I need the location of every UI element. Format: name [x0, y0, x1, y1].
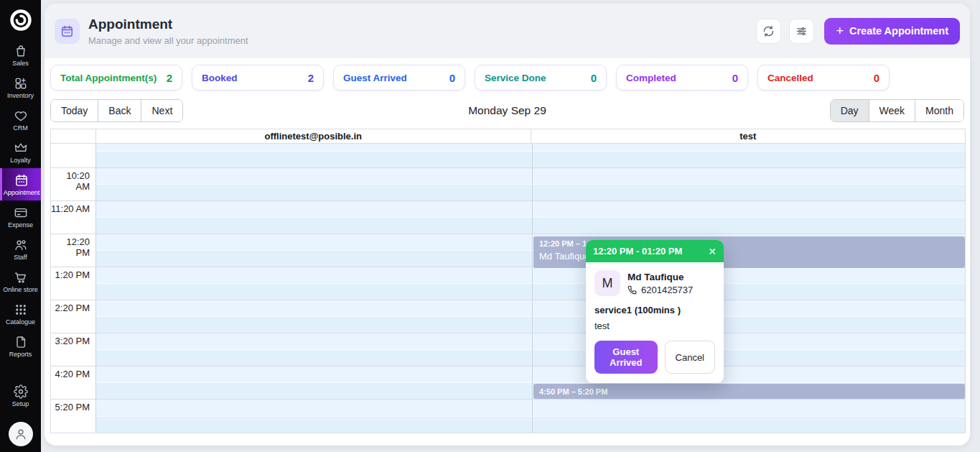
- calendar-grid: offlinetest@posible.in test 12:20 PM – 1…: [50, 129, 966, 433]
- sidebar-item-label: Online store: [3, 287, 38, 293]
- event-time: 4:50 PM – 5:20 PM: [539, 387, 959, 397]
- time-label: 1:20 PM: [51, 269, 90, 280]
- create-appointment-button[interactable]: + Create Appointment: [824, 18, 960, 45]
- half-hour-band: [95, 283, 965, 300]
- close-icon[interactable]: ✕: [708, 246, 717, 257]
- customer-info: Md Taufique 6201425737: [627, 272, 693, 295]
- half-hour-line: [95, 184, 965, 185]
- sidebar-item-label: Reports: [9, 351, 32, 358]
- filter-button[interactable]: [789, 19, 814, 44]
- stat-label: Guest Arrived: [343, 73, 407, 83]
- month-view-button[interactable]: Month: [915, 100, 963, 122]
- sidebar-item-label: Catalogue: [6, 319, 35, 326]
- sidebar-nav: Sales Inventory CRM Loyalty Appointment …: [0, 39, 41, 412]
- sidebar-item-sales[interactable]: Sales: [0, 39, 41, 71]
- staff-people-icon: [14, 238, 28, 252]
- time-gutter-header: [51, 129, 95, 143]
- hour-line: [51, 234, 965, 234]
- customer-phone-row: 6201425737: [627, 285, 693, 295]
- stat-card-booked: Booked 2: [192, 65, 324, 91]
- sidebar-item-label: Appointment: [4, 190, 40, 196]
- calendar-icon: [14, 173, 29, 188]
- customer-phone: 6201425737: [641, 285, 693, 295]
- sidebar-item-label: Loyalty: [10, 157, 31, 164]
- app-logo-icon[interactable]: [6, 6, 35, 34]
- stat-value: 0: [591, 72, 597, 84]
- hour-line: [51, 167, 965, 168]
- popup-body: M Md Taufique 6201425737 service1 (100mi…: [586, 262, 724, 383]
- half-hour-line: [95, 283, 965, 284]
- resource-note: test: [594, 320, 715, 331]
- sidebar-item-expense[interactable]: Expense: [0, 200, 41, 233]
- heart-icon: [14, 109, 28, 123]
- half-hour-line: [95, 217, 965, 218]
- column-divider: [532, 144, 533, 433]
- sidebar-item-appointment[interactable]: Appointment: [0, 168, 41, 200]
- page-subtitle: Manage and view all your appointment: [88, 35, 248, 46]
- week-view-button[interactable]: Week: [869, 100, 915, 122]
- appointment-event-450pm[interactable]: 4:50 PM – 5:20 PM: [533, 384, 965, 399]
- time-label: 2:20 PM: [51, 303, 90, 313]
- stat-value: 2: [308, 72, 314, 84]
- inventory-grid-icon: [14, 76, 28, 91]
- calendar-body: 12:20 PM – 1:20 PM Md Taufique 4:50 PM –…: [51, 144, 965, 433]
- gear-icon: [14, 384, 28, 399]
- cancel-button[interactable]: Cancel: [665, 341, 715, 374]
- service-line: service1 (100mins ): [594, 305, 715, 315]
- catalogue-dots-icon: [14, 303, 28, 317]
- credit-card-icon: [14, 206, 28, 220]
- sidebar-item-online-store[interactable]: Online store: [0, 265, 41, 298]
- half-hour-band: [95, 349, 965, 366]
- sidebar: Sales Inventory CRM Loyalty Appointment …: [0, 0, 41, 452]
- time-label: 12:20 PM: [51, 236, 90, 258]
- sidebar-item-loyalty[interactable]: Loyalty: [0, 136, 41, 168]
- next-button[interactable]: Next: [141, 100, 182, 122]
- half-hour-line: [95, 416, 965, 417]
- page-title-block: Appointment Manage and view all your app…: [88, 17, 248, 46]
- sidebar-item-label: Inventory: [7, 93, 34, 99]
- half-hour-band: [95, 151, 965, 167]
- hour-line: [51, 366, 965, 366]
- stat-card-cancelled: Cancelled 0: [757, 65, 890, 91]
- half-hour-band: [95, 316, 965, 333]
- plus-icon: +: [836, 24, 844, 37]
- stat-card-completed: Completed 0: [616, 65, 748, 91]
- sidebar-item-label: CRM: [13, 125, 28, 132]
- half-hour-band: [95, 217, 965, 234]
- sidebar-item-label: Setup: [12, 401, 29, 407]
- hour-line: [51, 333, 965, 333]
- back-button[interactable]: Back: [98, 100, 141, 122]
- sidebar-item-label: Staff: [14, 254, 27, 261]
- cart-icon: [14, 270, 28, 285]
- refresh-button[interactable]: [756, 19, 781, 44]
- guest-arrived-button[interactable]: Guest Arrived: [594, 341, 658, 374]
- stat-value: 2: [167, 72, 172, 84]
- stat-value: 0: [874, 72, 879, 84]
- sidebar-item-crm[interactable]: CRM: [0, 103, 41, 136]
- resource-header-test: test: [531, 129, 966, 143]
- sidebar-item-reports[interactable]: Reports: [0, 330, 41, 362]
- stat-card-service-done: Service Done 0: [475, 65, 607, 91]
- sidebar-item-setup[interactable]: Setup: [0, 379, 41, 412]
- sidebar-item-label: Sales: [12, 60, 29, 67]
- day-view-button[interactable]: Day: [831, 100, 869, 122]
- nav-button-group: Today Back Next: [50, 99, 183, 123]
- crown-icon: [14, 141, 28, 155]
- half-hour-band: [95, 416, 965, 433]
- appointment-header-icon: [55, 19, 80, 44]
- time-label: 5:20 PM: [51, 402, 90, 412]
- user-avatar[interactable]: [9, 422, 33, 446]
- sidebar-item-catalogue[interactable]: Catalogue: [0, 298, 41, 330]
- half-hour-line: [95, 382, 965, 383]
- sidebar-item-staff[interactable]: Staff: [0, 233, 41, 265]
- half-hour-band: [95, 184, 965, 200]
- popup-actions: Guest Arrived Cancel: [594, 341, 715, 374]
- view-button-group: Day Week Month: [830, 99, 964, 123]
- stat-card-total-appointments: Total Appointment(s) 2: [50, 65, 182, 91]
- calendar-toolbar: Today Back Next Monday Sep 29 Day Week M…: [50, 98, 964, 123]
- sliders-icon: [795, 25, 808, 37]
- hour-line: [51, 399, 965, 400]
- sidebar-item-inventory[interactable]: Inventory: [0, 71, 41, 103]
- stat-card-guest-arrived: Guest Arrived 0: [333, 65, 465, 91]
- today-button[interactable]: Today: [51, 100, 98, 122]
